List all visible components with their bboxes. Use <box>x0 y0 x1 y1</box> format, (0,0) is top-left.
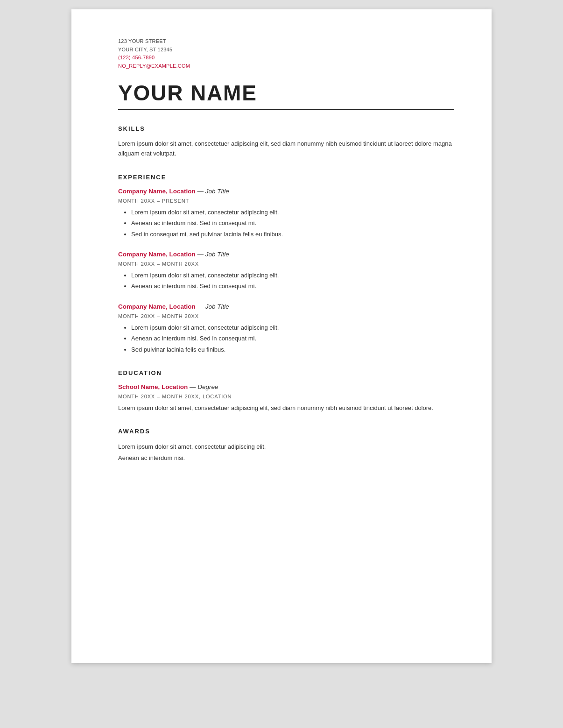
education-heading: EDUCATION <box>118 369 454 376</box>
company-name-3: Company Name, Location <box>118 303 196 310</box>
street-address: 123 YOUR STREET <box>118 38 166 44</box>
education-item-1: School Name, Location — Degree MONTH 20X… <box>118 383 454 413</box>
name-divider <box>118 109 454 110</box>
dash-3: — <box>197 303 205 310</box>
phone-number: (123) 456-7890 <box>118 54 454 62</box>
awards-section: AWARDS Lorem ipsum dolor sit amet, conse… <box>118 428 454 463</box>
date-range-3: MONTH 20XX – MONTH 20XX <box>118 313 454 319</box>
school-name-1: School Name, Location <box>118 383 188 390</box>
list-item: Sed pulvinar lacinia felis eu finibus. <box>131 345 454 354</box>
skills-body: Lorem ipsum dolor sit amet, consectetuer… <box>118 139 454 159</box>
experience-item-3: Company Name, Location — Job Title MONTH… <box>118 303 454 354</box>
company-line-3: Company Name, Location — Job Title <box>118 303 454 311</box>
company-line-1: Company Name, Location — Job Title <box>118 187 454 196</box>
date-range-2: MONTH 20XX – MONTH 20XX <box>118 261 454 267</box>
city-state-zip: YOUR CITY, ST 12345 <box>118 47 172 52</box>
date-range-1: MONTH 20XX – PRESENT <box>118 198 454 204</box>
awards-heading: AWARDS <box>118 428 454 435</box>
contact-info: 123 YOUR STREET YOUR CITY, ST 12345 (123… <box>118 37 454 70</box>
list-item: Sed in consequat mi, sed pulvinar lacini… <box>131 229 454 239</box>
list-item: Lorem ipsum dolor sit amet, consectetur … <box>131 207 454 217</box>
list-item: Lorem ipsum dolor sit amet, consectetur … <box>131 323 454 332</box>
job-title-3: Job Title <box>205 303 229 310</box>
bullet-list-2: Lorem ipsum dolor sit amet, consectetur … <box>118 270 454 291</box>
awards-line-1: Lorem ipsum dolor sit amet, consectetur … <box>118 441 454 452</box>
company-name-1: Company Name, Location <box>118 188 196 195</box>
list-item: Aenean ac interdum nisi. Sed in consequa… <box>131 218 454 228</box>
bullet-list-1: Lorem ipsum dolor sit amet, consectetur … <box>118 207 454 239</box>
experience-section: EXPERIENCE Company Name, Location — Job … <box>118 174 454 354</box>
skills-heading: SKILLS <box>118 125 454 132</box>
email-address: NO_REPLY@EXAMPLE.COM <box>118 62 454 71</box>
awards-text: Lorem ipsum dolor sit amet, consectetur … <box>118 441 454 463</box>
full-name: YOUR NAME <box>118 81 454 105</box>
experience-heading: EXPERIENCE <box>118 174 454 181</box>
experience-item-1: Company Name, Location — Job Title MONTH… <box>118 187 454 239</box>
edu-dates-1: MONTH 20XX – MONTH 20XX, LOCATION <box>118 394 454 399</box>
job-title-1: Job Title <box>205 188 229 195</box>
dash-1: — <box>197 188 205 195</box>
company-name-2: Company Name, Location <box>118 251 196 258</box>
name-section: YOUR NAME <box>118 81 454 105</box>
edu-body-1: Lorem ipsum dolor sit amet, consectetuer… <box>118 403 454 413</box>
edu-dash-1: — <box>190 383 197 390</box>
skills-section: SKILLS Lorem ipsum dolor sit amet, conse… <box>118 125 454 159</box>
bullet-list-3: Lorem ipsum dolor sit amet, consectetur … <box>118 323 454 354</box>
resume-page: 123 YOUR STREET YOUR CITY, ST 12345 (123… <box>71 9 492 663</box>
company-line-2: Company Name, Location — Job Title <box>118 250 454 259</box>
experience-item-2: Company Name, Location — Job Title MONTH… <box>118 250 454 291</box>
list-item: Aenean ac interdum nisi. Sed in consequa… <box>131 333 454 343</box>
dash-2: — <box>197 251 205 258</box>
school-line-1: School Name, Location — Degree <box>118 383 454 392</box>
list-item: Aenean ac interdum nisi. Sed in consequa… <box>131 281 454 291</box>
job-title-2: Job Title <box>205 251 229 258</box>
education-section: EDUCATION School Name, Location — Degree… <box>118 369 454 413</box>
degree-1: Degree <box>197 383 218 390</box>
list-item: Lorem ipsum dolor sit amet, consectetur … <box>131 270 454 280</box>
awards-line-2: Aenean ac interdum nisi. <box>118 452 454 463</box>
